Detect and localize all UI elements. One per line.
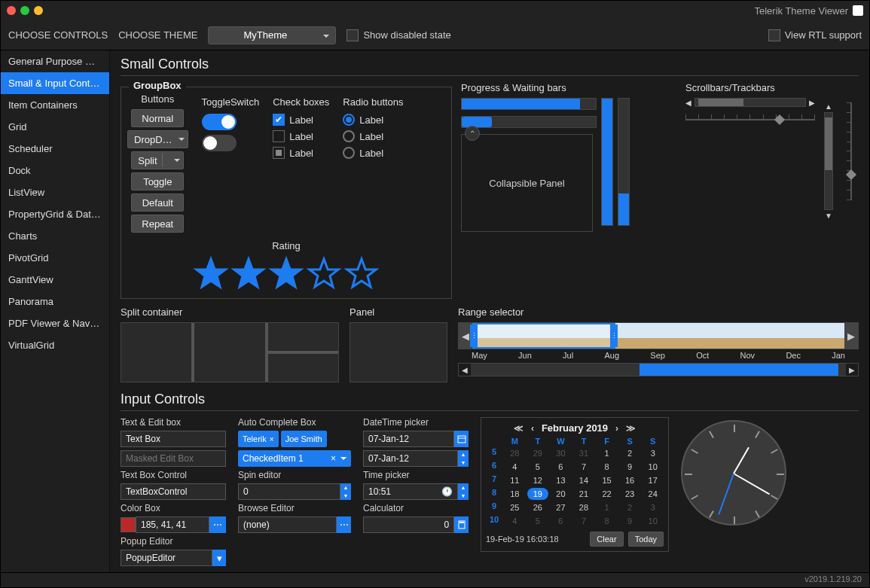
repeat-button[interactable]: Repeat	[131, 215, 184, 233]
radio-3[interactable]: Label	[343, 147, 403, 159]
checkbox-checked[interactable]: ✔Label	[273, 114, 329, 126]
cal-fast-prev-icon[interactable]: ≪	[514, 423, 524, 434]
toolbar: CHOOSE CONTROLS CHOOSE THEME MyTheme Sho…	[1, 20, 869, 50]
section-input-controls: Input Controls	[121, 391, 859, 411]
sidebar-item[interactable]: Dock	[1, 160, 109, 181]
sidebar: General Purpose C…Small & Input Contr…It…	[1, 50, 110, 572]
spin-editor[interactable]: 0 ▲▼	[238, 483, 351, 500]
sidebar-item[interactable]: General Purpose C…	[1, 50, 109, 72]
scroll-left-icon: ◀	[685, 99, 691, 107]
browse-button-icon: ⋯	[337, 516, 351, 533]
normal-button[interactable]: Normal	[131, 109, 184, 127]
sidebar-item[interactable]: Scheduler	[1, 138, 109, 160]
sidebar-item[interactable]: Charts	[1, 225, 109, 247]
sidebar-item[interactable]: VirtualGrid	[1, 334, 109, 356]
clear-button[interactable]: Clear	[590, 532, 623, 547]
titlebar: Telerik Theme Viewer	[1, 1, 869, 20]
sidebar-item[interactable]: ListView	[1, 181, 109, 203]
checkbox-unchecked[interactable]: Label	[273, 130, 329, 142]
progress-bar	[461, 98, 597, 110]
choose-theme-label: CHOOSE THEME	[118, 29, 197, 41]
range-next-icon: ▶	[844, 323, 858, 349]
color-box[interactable]: 185, 41, 41 ⋯	[121, 516, 226, 533]
section-small-controls: Small Controls	[121, 56, 859, 76]
toggle-button[interactable]: Toggle	[131, 172, 184, 190]
calendar[interactable]: ≪ ‹ February 2019 › ≫ MTWTFSS52829303112…	[481, 417, 669, 552]
scroll-down-icon: ▼	[825, 212, 832, 220]
svg-rect-0	[458, 436, 466, 443]
rtl-checkbox[interactable]: View RTL support	[768, 29, 862, 41]
clock-icon: 🕐	[441, 486, 453, 497]
spin-up-icon: ▲	[340, 483, 351, 492]
calculator-icon	[454, 516, 469, 533]
today-button[interactable]: Today	[628, 532, 664, 547]
datetime-picker-2[interactable]: 07-Jan-12 ▲▼	[363, 450, 469, 467]
toggle-switch-on[interactable]	[202, 114, 237, 130]
color-swatch-icon	[121, 517, 136, 532]
checkbox-indeterminate[interactable]: Label	[273, 147, 329, 159]
tag-remove-icon: ×	[270, 435, 274, 443]
horizontal-scrollbar[interactable]: ◀ ▶	[685, 98, 815, 107]
analog-clock	[681, 420, 786, 526]
panel	[350, 322, 447, 382]
calendar-icon	[454, 431, 469, 447]
vertical-scrollbar[interactable]: ▲ ▼	[824, 102, 833, 220]
choose-controls-label: CHOOSE CONTROLS	[8, 29, 108, 41]
app-title: Telerik Theme Viewer	[754, 5, 848, 17]
split-container[interactable]	[121, 322, 339, 382]
rating[interactable]	[127, 256, 445, 292]
sidebar-item[interactable]: Grid	[1, 116, 109, 138]
browse-editor[interactable]: (none) ⋯	[238, 516, 351, 533]
show-disabled-checkbox[interactable]: Show disabled state	[346, 29, 450, 41]
status-bar: v2019.1.219.20	[1, 572, 869, 587]
theme-combo[interactable]: MyTheme	[208, 26, 336, 44]
sidebar-item[interactable]: Item Containers	[1, 94, 109, 116]
masked-edit-box[interactable]: Masked Edit Box	[121, 450, 226, 467]
split-button[interactable]: Split	[131, 151, 184, 169]
calculator[interactable]: 0	[363, 516, 469, 533]
sidebar-item[interactable]: GanttView	[1, 269, 109, 291]
cal-prev-icon[interactable]: ‹	[531, 423, 534, 434]
radio-selected[interactable]: Label	[343, 114, 403, 126]
spin-down-icon: ▼	[340, 492, 351, 500]
toggle-switch-off[interactable]	[202, 135, 237, 151]
sidebar-item[interactable]: PivotGrid	[1, 247, 109, 269]
collapsible-panel: ⌃ Collapsible Panel	[461, 134, 593, 232]
groupbox: GroupBox Buttons Normal DropD… Split Tog…	[121, 87, 452, 299]
autocomplete-box[interactable]: Telerik× Joe Smith	[238, 431, 351, 447]
cal-next-icon[interactable]: ›	[615, 423, 618, 434]
vertical-trackbar[interactable]	[844, 102, 859, 200]
waiting-bar	[461, 116, 597, 128]
scroll-up-icon: ▲	[825, 102, 832, 111]
range-selector[interactable]: ◀ ⋮ ⋮ ▶	[458, 322, 859, 349]
popup-editor[interactable]: PopupEditor ▾	[121, 550, 226, 566]
collapse-toggle-icon[interactable]: ⌃	[465, 126, 480, 141]
sidebar-item[interactable]: PDF Viewer & Navig…	[1, 312, 109, 334]
sidebar-item[interactable]: Small & Input Contr…	[1, 72, 109, 94]
vertical-progress-1	[601, 98, 613, 226]
sidebar-item[interactable]: Panorama	[1, 291, 109, 312]
horizontal-trackbar[interactable]	[685, 111, 815, 126]
svg-rect-3	[459, 522, 464, 523]
textbox-control[interactable]: TextBoxControl	[121, 483, 226, 500]
vertical-progress-2	[618, 98, 630, 226]
close-icon[interactable]	[7, 6, 16, 15]
maximize-icon[interactable]	[34, 6, 43, 15]
app-logo-icon	[853, 5, 863, 16]
sidebar-item[interactable]: PropertyGrid & Dat…	[1, 203, 109, 225]
minimize-icon[interactable]	[20, 6, 29, 15]
radio-2[interactable]: Label	[343, 130, 403, 142]
time-picker[interactable]: 10:51🕐 ▲▼	[363, 483, 469, 500]
range-scrollbar[interactable]: ◀ ▶	[458, 363, 859, 376]
datetime-picker-1[interactable]: 07-Jan-12	[363, 431, 469, 447]
checked-dropdown[interactable]: CheckedItem 1×	[238, 450, 351, 467]
text-box[interactable]: Text Box	[121, 431, 226, 447]
cal-fast-next-icon[interactable]: ≫	[626, 423, 636, 434]
default-button[interactable]: Default	[131, 193, 184, 212]
scroll-right-icon: ▶	[809, 99, 815, 107]
color-picker-button[interactable]: ⋯	[209, 516, 226, 533]
dropdown-button[interactable]: DropD…	[127, 130, 188, 148]
